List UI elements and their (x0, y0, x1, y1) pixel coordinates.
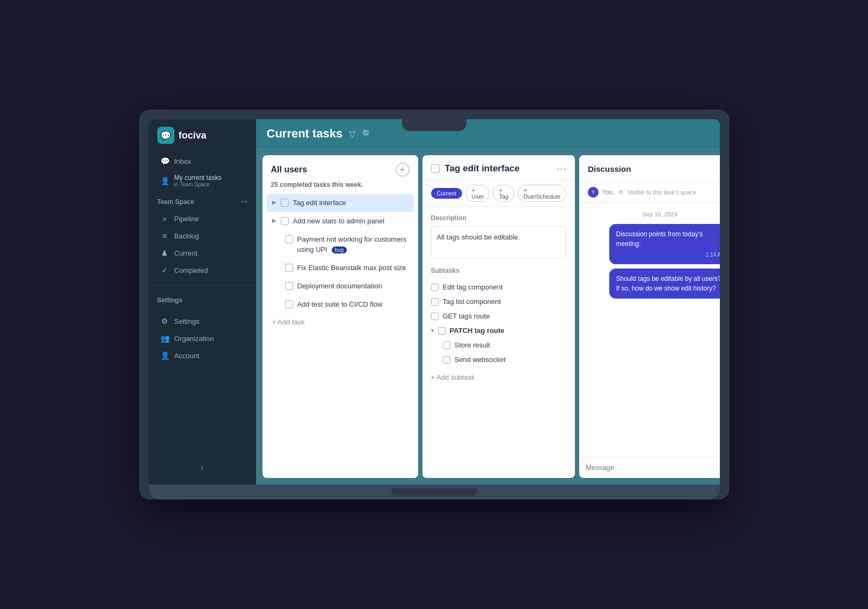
main-content: Current tasks ▽ 🔍 All users + 25 complet… (256, 119, 720, 484)
settings-section: ⚙ Settings 👥 Organization 👤 Account (149, 310, 256, 366)
sidebar: 💬 fociva 💬 Inbox 👤 My current tasks in T… (149, 119, 256, 484)
tag-due-schedule[interactable]: + Due/Schedule (517, 185, 566, 202)
sidebar-item-pipeline[interactable]: » Pipeline (152, 210, 253, 227)
sidebar-item-backlog[interactable]: ≡ Backlog (152, 227, 253, 244)
task-expand-icon[interactable]: ▶ (272, 199, 276, 205)
tag-tag[interactable]: + Tag (493, 185, 514, 202)
filter-icon[interactable]: ▽ (349, 129, 355, 139)
task-expand-icon[interactable]: ▶ (272, 218, 276, 223)
subtask-checkbox[interactable] (431, 313, 439, 320)
subtask-checkbox[interactable] (443, 342, 450, 349)
team-space-menu-icon[interactable]: ⋯ (241, 198, 247, 206)
task-checkbox[interactable] (285, 282, 293, 290)
organization-label: Organization (174, 335, 214, 343)
subtask-send-websocket[interactable]: Send websocket (443, 352, 567, 367)
subtask-collapse-icon[interactable]: ▾ (431, 328, 434, 334)
organization-icon: 👥 (161, 334, 169, 343)
tag-user[interactable]: + User (465, 185, 490, 202)
eye-icon: 👁 (618, 189, 624, 196)
add-task-row[interactable]: + Add task (267, 314, 414, 330)
description-label: Description (431, 214, 567, 222)
task-label: Add test suite to CI/CD flow (297, 300, 409, 309)
sidebar-item-current[interactable]: ♟ Current (152, 244, 253, 262)
user-avatar: Y (588, 187, 599, 198)
page-title: Current tasks (267, 127, 343, 141)
detail-body: Description All tags should be editable.… (422, 207, 575, 478)
discussion-date: Sep 16, 2024 (588, 211, 719, 218)
task-checkbox[interactable] (285, 300, 293, 308)
task-checkbox[interactable] (281, 199, 289, 207)
team-space-label: Team Space (157, 198, 194, 206)
subtask-checkbox[interactable] (431, 284, 439, 291)
subtask-label: Tag list component (443, 298, 501, 306)
search-icon[interactable]: 🔍 (362, 129, 373, 139)
subtask-label: Edit tag component (443, 283, 503, 291)
sidebar-item-settings[interactable]: ⚙ Settings (152, 313, 253, 330)
tag-current[interactable]: Current (431, 188, 463, 199)
subtask-store-result[interactable]: Store result (443, 338, 567, 352)
subtask-label: PATCH tag route (450, 327, 505, 335)
task-item-tag-edit[interactable]: ▶ Tag edit interface (267, 194, 414, 212)
top-bar: Current tasks ▽ 🔍 (256, 119, 720, 149)
description-box[interactable]: All tags should be editable. (431, 226, 567, 258)
current-icon: ♟ (161, 249, 169, 257)
add-task-label: + Add task (272, 318, 305, 326)
subtask-checkbox[interactable] (431, 298, 439, 306)
subtask-checkbox[interactable] (443, 356, 450, 364)
detail-task-checkbox[interactable] (431, 164, 440, 173)
person-icon: 👤 (161, 177, 169, 185)
all-users-title: All users (271, 165, 308, 175)
settings-label: Settings (174, 317, 200, 325)
disc-meta-you: You. (602, 189, 615, 196)
task-label: Tag edit interface (293, 198, 409, 208)
sidebar-divider (149, 285, 256, 286)
add-task-button[interactable]: + (396, 163, 410, 177)
task-label: Fix Elastic Beanstalk max post size (297, 263, 409, 273)
task-item-test-suite[interactable]: Add test suite to CI/CD flow (267, 295, 414, 314)
sidebar-item-inbox[interactable]: 💬 Inbox (152, 153, 253, 170)
sidebar-item-completed[interactable]: ✓ Completed (152, 262, 253, 279)
app-logo-icon: 💬 (157, 127, 174, 144)
account-label: Account (174, 352, 200, 360)
subtask-group-header-patch[interactable]: ▾ PATCH tag route (431, 323, 567, 338)
nav-section: » Pipeline ≡ Backlog ♟ Current ✓ Complet… (149, 208, 256, 281)
backlog-label: Backlog (174, 232, 199, 240)
task-item-elastic[interactable]: Fix Elastic Beanstalk max post size (267, 259, 414, 277)
subtask-get-tags[interactable]: GET tags route (431, 309, 567, 323)
detail-more-icon[interactable]: ⋯ (557, 163, 566, 175)
add-subtask-row[interactable]: + Add subtask (431, 369, 567, 386)
account-icon: 👤 (161, 351, 169, 360)
content-area: All users + 25 completed tasks this week… (256, 149, 720, 484)
task-item-payment[interactable]: Payment not working for customers using … (280, 230, 414, 258)
task-checkbox[interactable] (285, 235, 293, 243)
message-time-1: 1:14 AM (616, 251, 719, 259)
pipeline-icon: » (161, 214, 169, 223)
detail-title: Tag edit interface (445, 163, 552, 174)
subtasks-label: Subtasks (431, 267, 567, 274)
settings-section-header: Settings (149, 290, 256, 306)
discussion-body: Sep 16, 2024 Discussion points from toda… (579, 202, 719, 456)
discussion-message-1: Discussion points from today's meeting: … (609, 224, 719, 264)
sidebar-item-account[interactable]: 👤 Account (152, 347, 253, 364)
subtask-edit-tag[interactable]: Edit tag component (431, 280, 567, 294)
subtask-children-patch: Store result Send websocket (443, 338, 567, 367)
message-input[interactable] (586, 463, 719, 472)
collapse-sidebar-button[interactable]: ‹ (149, 459, 256, 477)
subtask-tag-list[interactable]: Tag list component (431, 294, 567, 309)
task-label: Deployment documentation (297, 281, 409, 291)
sidebar-item-my-tasks[interactable]: 👤 My current tasks in Team Space (152, 170, 253, 192)
task-checkbox[interactable] (285, 264, 293, 272)
inbox-label: Inbox (174, 157, 192, 165)
sidebar-item-organization[interactable]: 👥 Organization (152, 330, 253, 347)
discussion-header: Discussion ⋯ (579, 155, 719, 183)
subtask-checkbox[interactable] (438, 327, 446, 335)
my-tasks-sublabel: in Team Space (174, 182, 222, 187)
bug-badge: bug (332, 247, 347, 253)
logo-area: 💬 fociva (149, 127, 256, 153)
task-item-admin-stats[interactable]: ▶ Add new stats to admin panel (267, 212, 414, 230)
detail-tags: Current + User + Tag + Due/Schedule (422, 180, 575, 207)
backlog-icon: ≡ (161, 231, 169, 240)
task-checkbox[interactable] (281, 217, 289, 225)
task-item-deployment[interactable]: Deployment documentation (267, 277, 414, 295)
completed-label: Completed (174, 266, 208, 274)
